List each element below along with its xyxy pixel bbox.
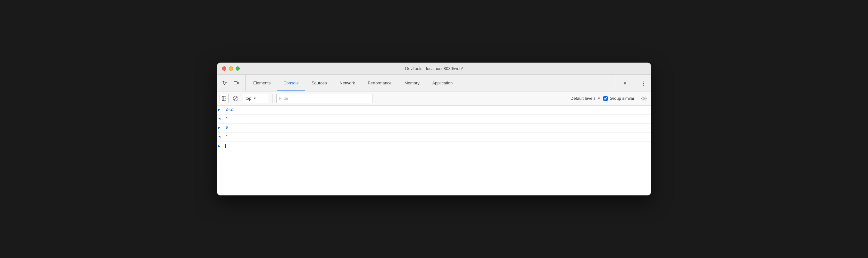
- svg-point-6: [643, 97, 645, 99]
- tab-performance[interactable]: Performance: [361, 75, 398, 91]
- window-title: DevTools - localhost:8080/web/: [405, 66, 463, 71]
- levels-arrow-icon: ▼: [597, 96, 601, 100]
- toolbar-icons: [220, 75, 246, 91]
- console-input-text: $_: [225, 125, 648, 130]
- more-tabs-button[interactable]: »: [620, 78, 630, 88]
- console-input-text: 2+2: [225, 107, 648, 112]
- console-cursor: [225, 144, 226, 148]
- traffic-lights: [222, 66, 240, 70]
- log-levels-selector[interactable]: Default levels ▼: [570, 96, 601, 101]
- console-row: ▶ 2+2: [217, 106, 651, 115]
- group-similar-checkbox[interactable]: [603, 96, 608, 101]
- console-sidebar-button[interactable]: [220, 94, 228, 103]
- output-arrow-icon: ◀: [218, 134, 225, 139]
- tab-elements[interactable]: Elements: [247, 75, 277, 91]
- console-settings-button[interactable]: [640, 94, 648, 103]
- inspect-element-button[interactable]: [220, 78, 230, 88]
- console-row: ◀ 4: [217, 133, 651, 142]
- device-toggle-button[interactable]: [231, 78, 241, 88]
- console-content: ▶ 2+2 ◀ 4 ▶ $_ ◀ 4 ▶: [217, 106, 651, 195]
- tabs: Elements Console Sources Network Perform…: [247, 75, 615, 91]
- console-output-text: 4: [225, 134, 648, 139]
- input-arrow-icon: ▶: [218, 107, 225, 112]
- filter-input[interactable]: [276, 94, 372, 103]
- tab-sources[interactable]: Sources: [305, 75, 333, 91]
- main-toolbar: Elements Console Sources Network Perform…: [217, 75, 651, 91]
- console-input-row[interactable]: ▶: [217, 142, 651, 150]
- tab-application[interactable]: Application: [426, 75, 459, 91]
- svg-rect-2: [222, 96, 224, 101]
- console-row: ◀ 4: [217, 115, 651, 123]
- console-output-text: 4: [225, 116, 648, 121]
- context-arrow-icon: ▼: [253, 96, 256, 100]
- maximize-button[interactable]: [236, 66, 240, 70]
- execution-context-selector[interactable]: top ▼: [243, 94, 268, 103]
- group-similar-label: Group similar: [610, 96, 634, 101]
- console-row: ▶ $_: [217, 123, 651, 133]
- minimize-button[interactable]: [229, 66, 233, 70]
- input-arrow-icon: ▶: [218, 125, 225, 130]
- toolbar-right: » ⋮: [616, 75, 648, 91]
- devtools-menu-button[interactable]: ⋮: [638, 78, 648, 88]
- devtools-window: DevTools - localhost:8080/web/ Elements …: [217, 63, 651, 195]
- svg-line-5: [234, 96, 238, 100]
- console-prompt[interactable]: [225, 144, 648, 149]
- clear-console-button[interactable]: [231, 94, 240, 103]
- group-similar-option: Group similar: [603, 96, 634, 101]
- toolbar-divider: [634, 79, 634, 88]
- filter-divider: [272, 94, 273, 103]
- console-toolbar: top ▼ Default levels ▼ Group similar: [217, 91, 651, 106]
- output-arrow-icon: ◀: [218, 116, 225, 121]
- context-value: top: [246, 96, 251, 101]
- close-button[interactable]: [222, 66, 226, 70]
- levels-label: Default levels: [570, 96, 595, 101]
- prompt-arrow-icon: ▶: [218, 144, 225, 148]
- tab-network[interactable]: Network: [333, 75, 362, 91]
- svg-rect-1: [238, 82, 239, 84]
- title-bar: DevTools - localhost:8080/web/: [217, 63, 651, 75]
- tab-console[interactable]: Console: [277, 75, 305, 91]
- svg-rect-0: [234, 82, 237, 84]
- tab-memory[interactable]: Memory: [398, 75, 426, 91]
